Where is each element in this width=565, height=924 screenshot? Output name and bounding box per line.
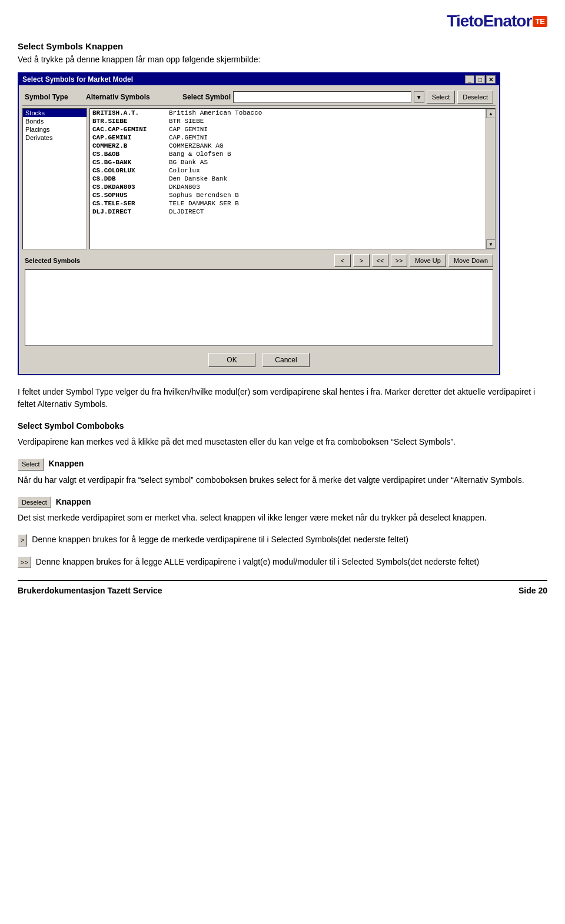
dialog-window: Select Symbols for Market Model _ □ ✕ Sy… [18, 72, 500, 375]
scroll-up-arrow[interactable]: ▲ [486, 109, 496, 118]
left-panel-item-placings[interactable]: Placings [23, 125, 87, 134]
select-symbol-combo[interactable] [233, 91, 411, 103]
nav-next-all-button[interactable]: >> [391, 254, 407, 267]
dialog-panels: Stocks Bonds Placings Derivates BRITISH.… [22, 108, 496, 249]
select-knappen-text: Når du har valgt et verdipapir fra “sele… [18, 474, 547, 486]
cancel-button[interactable]: Cancel [262, 353, 310, 367]
scroll-down-arrow[interactable]: ▼ [486, 239, 496, 249]
symbol-row[interactable]: CAP.GEMINICAP.GEMINI [90, 134, 486, 142]
footer-left: Brukerdokumentasjon Tazett Service [18, 586, 162, 595]
select-symbol-section: Select Symbol Comboboks Verdipapirene ka… [18, 420, 547, 448]
left-panel-item-derivates[interactable]: Derivates [23, 134, 87, 142]
select-knappen-section: Select Knappen Når du har valgt et verdi… [18, 458, 547, 486]
symbol-row[interactable]: BTR.SIEBEBTR SIEBE [90, 117, 486, 125]
dialog-header-row: Symbol Type Alternativ Symbols Select Sy… [22, 89, 496, 106]
select-symbol-text: Verdipapirene kan merkes ved å klikke på… [18, 436, 547, 448]
left-panel-item-stocks[interactable]: Stocks [23, 109, 87, 117]
select-symbol-heading: Select Symbol Comboboks [18, 421, 124, 431]
section-subtitle: Ved å trykke på denne knappen får man op… [18, 55, 547, 64]
selected-symbols-label: Selected Symbols [25, 257, 80, 264]
logo-text: TietoEnator [447, 12, 531, 31]
add-all-inline-button: >> [18, 556, 31, 569]
body-para1: I feltet under Symbol Type velger du fra… [18, 386, 547, 411]
nav-bar: Selected Symbols < > << >> Move Up Move … [22, 252, 496, 269]
nav-prev-button[interactable]: < [334, 254, 351, 267]
deselect-button[interactable]: Deselect [457, 91, 493, 104]
footer: Brukerdokumentasjon Tazett Service Side … [18, 580, 547, 595]
logo-badge: TE [533, 16, 547, 27]
left-panel-item-bonds[interactable]: Bonds [23, 117, 87, 125]
body-para1-text: I feltet under Symbol Type velger du fra… [18, 386, 547, 411]
footer-right: Side 20 [519, 586, 547, 595]
deselect-knappen-section: Deselect Knappen Det sist merkede verdip… [18, 496, 547, 525]
move-down-button[interactable]: Move Down [448, 254, 493, 267]
select-inline-button: Select [18, 458, 44, 471]
deselect-knappen-text: Det sist merkede verdipapiret som er mer… [18, 512, 547, 524]
col-select-symbol-label: Select Symbol [182, 93, 231, 101]
deselect-inline-button: Deselect [18, 496, 51, 509]
dialog-content: Symbol Type Alternativ Symbols Select Sy… [19, 85, 499, 374]
symbol-row[interactable]: CS.SOPHUSSophus Berendsen B [90, 191, 486, 199]
add-one-text: Denne knappen brukes for å legge de merk… [32, 535, 408, 544]
symbol-row[interactable]: CAC.CAP-GEMINICAP GEMINI [90, 125, 486, 134]
symbol-row[interactable]: CS.B&OBBang & Olofsen B [90, 150, 486, 158]
symbol-row[interactable]: COMMERZ.BCOMMERZBANK AG [90, 142, 486, 150]
right-panel-container: BRITISH.A.T.British American Tobacco BTR… [89, 108, 496, 249]
select-button[interactable]: Select [427, 91, 456, 104]
symbol-row[interactable]: CS.TELE-SERTELE DANMARK SER B [90, 199, 486, 208]
symbol-row[interactable]: DLJ.DIRECTDLJDIRECT [90, 208, 486, 216]
col-alt-symbols-label: Alternativ Symbols [86, 93, 180, 101]
symbol-row[interactable]: CS.COLORLUXColorlux [90, 166, 486, 175]
close-button[interactable]: ✕ [486, 75, 496, 84]
col-symbol-type-label: Symbol Type [25, 93, 84, 101]
symbol-row[interactable]: CS.DKDAN803DKDAN803 [90, 183, 486, 191]
select-knappen-heading: Knappen [48, 459, 84, 468]
add-all-text: Denne knappen brukes for å legge ALLE ve… [36, 557, 479, 566]
col-select-symbol-area: Select Symbol ▼ [182, 91, 424, 103]
nav-next-button[interactable]: > [353, 254, 370, 267]
add-all-section: >> Denne knappen brukes for å legge ALLE… [18, 556, 547, 569]
maximize-button[interactable]: □ [476, 75, 485, 84]
ok-cancel-row: OK Cancel [22, 348, 496, 371]
add-one-section: > Denne knappen brukes for å legge de me… [18, 533, 547, 546]
combo-arrow-icon[interactable]: ▼ [414, 91, 424, 103]
minimize-button[interactable]: _ [465, 75, 474, 84]
add-one-inline-button: > [18, 534, 27, 546]
symbols-list[interactable]: BRITISH.A.T.British American Tobacco BTR… [90, 109, 486, 249]
logo-box: TietoEnatorTE [447, 12, 547, 31]
right-scrollbar[interactable]: ▲ ▼ [486, 109, 495, 249]
deselect-knappen-heading: Knappen [56, 497, 91, 506]
move-up-button[interactable]: Move Up [410, 254, 446, 267]
symbol-row[interactable]: CS.DDBDen Danske Bank [90, 175, 486, 183]
dialog-titlebar: Select Symbols for Market Model _ □ ✕ [19, 74, 499, 85]
logo-area: TietoEnatorTE [18, 12, 547, 31]
dialog-title: Select Symbols for Market Model [22, 75, 133, 84]
nav-prev-all-button[interactable]: << [372, 254, 388, 267]
symbol-row[interactable]: CS.BG-BANKBG Bank AS [90, 158, 486, 166]
left-panel[interactable]: Stocks Bonds Placings Derivates [22, 108, 87, 249]
section-title: Select Symbols Knappen [18, 41, 547, 51]
ok-button[interactable]: OK [208, 353, 255, 367]
titlebar-buttons: _ □ ✕ [465, 75, 496, 84]
symbol-row[interactable]: BRITISH.A.T.British American Tobacco [90, 109, 486, 117]
selected-symbols-area[interactable] [25, 269, 493, 346]
